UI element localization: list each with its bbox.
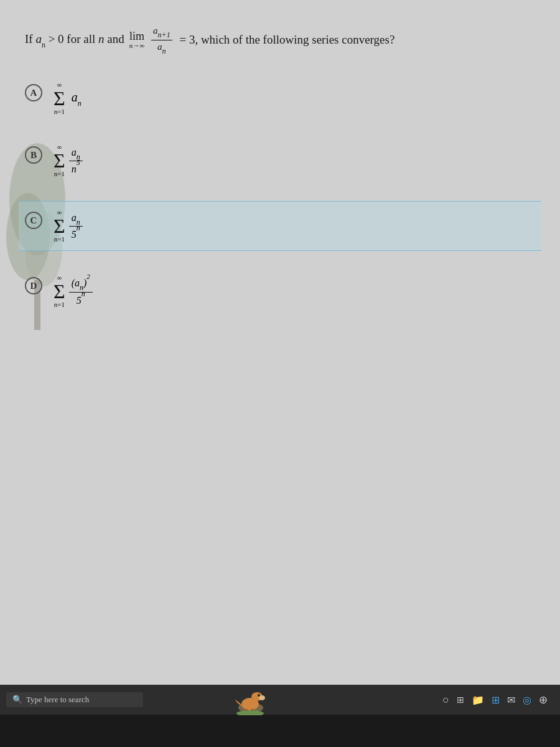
question-equals: = 3, which of the following series conve… [177, 32, 395, 49]
option-C-fraction: an 5n [69, 212, 83, 241]
search-icon: 🔍 [12, 695, 22, 705]
option-A-sigma-symbol: Σ [54, 88, 65, 108]
option-B[interactable]: B ∞ Σ n=1 an n5 [25, 139, 535, 182]
option-A-term: an [72, 90, 82, 107]
limit-notation: lim n→∞ [129, 31, 144, 50]
circle-icon[interactable]: ○ [442, 693, 449, 707]
option-A[interactable]: A ∞ Σ n=1 an [25, 77, 535, 120]
option-C-sigma-symbol: Σ [54, 216, 65, 236]
option-A-sigma-bottom: n=1 [54, 108, 65, 115]
mail-icon[interactable]: ✉ [507, 694, 515, 706]
search-bar[interactable]: 🔍 Type here to search [6, 692, 143, 707]
option-D-label[interactable]: D [25, 277, 42, 294]
option-D-denominator: 5n [74, 293, 88, 307]
taskbar-inner: 🔍 Type here to search [0, 685, 560, 715]
option-A-expression: ∞ Σ n=1 an [54, 82, 82, 115]
option-B-fraction: an n5 [69, 146, 83, 176]
dino-svg [233, 684, 268, 715]
question-header: If an > 0 for all n and lim n→∞ an+1 an … [25, 25, 535, 55]
lim-fraction-numerator: an+1 [151, 25, 172, 40]
option-C[interactable]: C ∞ Σ n=1 an 5n [19, 201, 541, 251]
question-prefix: If an > 0 for all n and [25, 31, 124, 49]
lim-label: lim [129, 31, 144, 43]
settings-icon[interactable]: ◎ [523, 694, 531, 706]
option-A-label[interactable]: A [25, 84, 42, 101]
taskbar-bottom [0, 715, 560, 747]
answer-options: A ∞ Σ n=1 an B ∞ Σ n=1 an [25, 77, 535, 313]
chrome-icon[interactable]: ⊕ [539, 693, 548, 707]
main-content: If an > 0 for all n and lim n→∞ an+1 an … [0, 0, 560, 685]
option-D-numerator: (an)2 [69, 276, 93, 293]
option-D[interactable]: D ∞ Σ n=1 (an)2 5n [25, 270, 535, 313]
option-B-expression: ∞ Σ n=1 an n5 [54, 144, 84, 177]
option-D-sigma-bottom: n=1 [54, 301, 65, 308]
option-B-sigma: ∞ Σ n=1 [54, 144, 65, 177]
windows-store-icon[interactable]: ⊞ [492, 694, 500, 706]
search-placeholder-text: Type here to search [26, 695, 89, 705]
file-explorer-icon[interactable]: 📁 [472, 694, 484, 706]
option-B-sigma-bottom: n=1 [54, 171, 65, 177]
option-B-numerator: an [69, 146, 83, 162]
option-D-expression: ∞ Σ n=1 (an)2 5n [54, 275, 94, 308]
option-D-sigma: ∞ Σ n=1 [54, 275, 65, 308]
option-B-label[interactable]: B [25, 146, 42, 164]
option-A-sigma: ∞ Σ n=1 [54, 82, 65, 115]
lim-fraction: an+1 an [151, 25, 172, 55]
option-D-sigma-symbol: Σ [54, 281, 65, 301]
option-B-denominator: n5 [69, 161, 83, 176]
option-B-sigma-symbol: Σ [54, 151, 65, 171]
lim-fraction-denominator: an [156, 40, 168, 55]
question-text: If an > 0 for all n and lim n→∞ an+1 an … [25, 25, 535, 55]
option-D-fraction: (an)2 5n [69, 276, 93, 306]
option-C-expression: ∞ Σ n=1 an 5n [54, 209, 84, 243]
option-C-denominator: 5n [69, 227, 83, 241]
option-C-label[interactable]: C [25, 212, 42, 229]
option-C-sigma: ∞ Σ n=1 [54, 209, 65, 243]
lim-subscript: n→∞ [129, 42, 144, 49]
taskbar: 🔍 Type here to search [0, 685, 560, 747]
option-C-sigma-bottom: n=1 [54, 236, 65, 243]
svg-point-8 [258, 694, 260, 697]
multitasking-icon[interactable]: ⊞ [457, 695, 464, 705]
right-icons: ○ ⊞ 📁 ⊞ ✉ ◎ ⊕ [442, 693, 554, 707]
dino-taskbar-icon[interactable] [233, 684, 268, 715]
option-C-numerator: an [69, 212, 83, 227]
